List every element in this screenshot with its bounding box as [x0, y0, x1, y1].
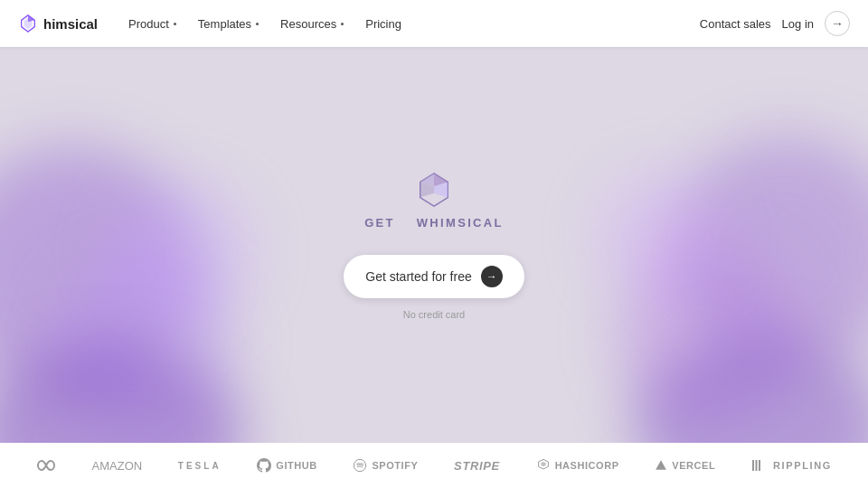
svg-point-8: [354, 459, 366, 471]
nav-contact-sales[interactable]: Contact sales: [700, 17, 771, 31]
cta-label: Get started for free: [365, 269, 472, 284]
github-text: GitHub: [276, 460, 316, 471]
cta-arrow-icon: →: [481, 266, 503, 287]
hashicorp-logo-icon: [536, 458, 551, 473]
nav-logo-text: himsical: [43, 16, 98, 32]
logos-bar: amazon TESLA GitHub Spotify stripe Hashi…: [0, 443, 868, 488]
hero-section: GET WHIMSICAL Get started for free → No …: [0, 47, 868, 443]
spotify-text: Spotify: [372, 460, 418, 471]
vercel-logo-icon: [655, 459, 667, 472]
logo-rippling: RIPPLING: [751, 459, 832, 472]
nav-link-product[interactable]: Product: [119, 12, 185, 36]
rippling-text: RIPPLING: [773, 460, 832, 471]
svg-marker-9: [656, 460, 666, 470]
hero-sub-text: No credit card: [403, 309, 465, 320]
nav-link-pricing[interactable]: Pricing: [356, 12, 410, 36]
vercel-text: Vercel: [672, 460, 715, 471]
logo-github: GitHub: [257, 458, 316, 473]
navbar: himsical Product Templates Resources Pri…: [0, 0, 868, 47]
github-logo-icon: [257, 458, 271, 473]
amazon-text: amazon: [92, 459, 143, 473]
logo-tesla: TESLA: [178, 461, 222, 471]
cta-button[interactable]: Get started for free →: [344, 255, 524, 298]
hero-title: GET WHIMSICAL: [364, 216, 504, 230]
stripe-text: stripe: [454, 459, 500, 473]
nav-links: Product Templates Resources Pricing: [119, 12, 700, 36]
logo-spotify: Spotify: [353, 458, 418, 473]
nav-logo[interactable]: himsical: [18, 14, 98, 33]
logo-hashicorp: HashiCorp: [536, 458, 619, 473]
svg-rect-12: [759, 460, 760, 471]
nav-link-resources[interactable]: Resources: [271, 12, 353, 36]
nav-dot: [174, 23, 176, 25]
hero-logo-icon: [415, 171, 453, 209]
rippling-logo-icon: [751, 459, 769, 472]
meta-logo-icon: [36, 459, 56, 472]
logo-vercel: Vercel: [655, 459, 715, 472]
nav-dot: [256, 23, 259, 25]
svg-rect-11: [755, 460, 757, 471]
whimsical-logo-icon: [18, 14, 38, 33]
hero-logo: GET WHIMSICAL: [364, 171, 504, 230]
spotify-logo-icon: [353, 458, 367, 473]
nav-dot: [341, 23, 344, 25]
tesla-text: TESLA: [178, 461, 222, 471]
svg-marker-2: [28, 15, 34, 22]
svg-rect-10: [752, 460, 754, 471]
logo-meta: [36, 459, 56, 472]
nav-right: Contact sales Log in →: [700, 11, 850, 36]
hashicorp-text: HashiCorp: [555, 460, 619, 471]
logo-amazon: amazon: [92, 459, 143, 473]
nav-arrow-button[interactable]: →: [825, 11, 850, 36]
nav-link-templates[interactable]: Templates: [189, 12, 268, 36]
nav-login[interactable]: Log in: [782, 17, 814, 31]
logo-stripe: stripe: [454, 459, 500, 473]
